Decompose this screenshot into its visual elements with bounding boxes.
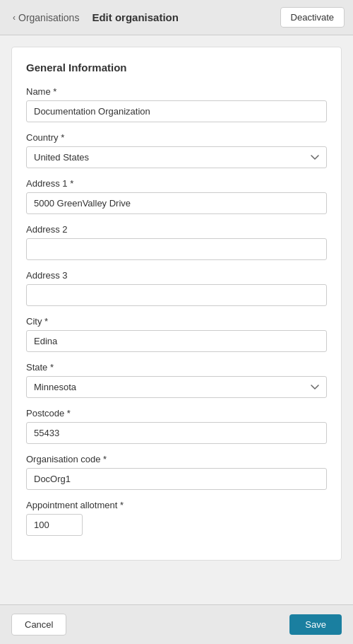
postcode-label: Postcode * — [26, 408, 327, 418]
name-input[interactable] — [26, 100, 327, 122]
back-label: Organisations — [18, 12, 79, 23]
address1-label: Address 1 * — [26, 178, 327, 189]
app-container: ‹ Organisations Edit organisation Deacti… — [0, 0, 353, 644]
org-code-group: Organisation code * — [26, 454, 327, 490]
city-group: City * — [26, 316, 327, 352]
address1-input[interactable] — [26, 192, 327, 214]
form-card: General Information Name * Country * Uni… — [11, 47, 342, 561]
page-title: Edit organisation — [92, 11, 179, 23]
name-group: Name * — [26, 86, 327, 122]
address2-label: Address 2 — [26, 224, 327, 235]
chevron-left-icon: ‹ — [13, 13, 16, 23]
postcode-group: Postcode * — [26, 408, 327, 444]
deactivate-button[interactable]: Deactivate — [280, 7, 345, 28]
country-group: Country * United States Canada United Ki… — [26, 132, 327, 168]
top-bar: ‹ Organisations Edit organisation Deacti… — [0, 0, 353, 35]
main-content: General Information Name * Country * Uni… — [0, 35, 353, 604]
address2-input[interactable] — [26, 238, 327, 260]
country-label: Country * — [26, 132, 327, 143]
name-label: Name * — [26, 86, 327, 97]
bottom-bar: Cancel Save — [0, 604, 353, 644]
back-button[interactable]: ‹ Organisations — [8, 9, 83, 26]
cancel-button[interactable]: Cancel — [11, 614, 66, 636]
appointment-allotment-input[interactable] — [26, 514, 83, 536]
address3-input[interactable] — [26, 284, 327, 306]
state-select[interactable]: Minnesota California Texas New York Flor… — [26, 376, 327, 398]
top-bar-left: ‹ Organisations Edit organisation — [8, 9, 179, 26]
address1-group: Address 1 * — [26, 178, 327, 214]
appointment-allotment-label: Appointment allotment * — [26, 500, 327, 510]
postcode-input[interactable] — [26, 422, 327, 444]
country-select[interactable]: United States Canada United Kingdom Aust… — [26, 146, 327, 168]
org-code-label: Organisation code * — [26, 454, 327, 464]
save-button[interactable]: Save — [289, 614, 342, 635]
address3-label: Address 3 — [26, 270, 327, 281]
city-input[interactable] — [26, 330, 327, 352]
city-label: City * — [26, 316, 327, 327]
state-label: State * — [26, 362, 327, 373]
state-group: State * Minnesota California Texas New Y… — [26, 362, 327, 398]
appointment-allotment-group: Appointment allotment * — [26, 500, 327, 536]
section-title: General Information — [26, 62, 327, 74]
address2-group: Address 2 — [26, 224, 327, 260]
address3-group: Address 3 — [26, 270, 327, 306]
org-code-input[interactable] — [26, 468, 327, 490]
